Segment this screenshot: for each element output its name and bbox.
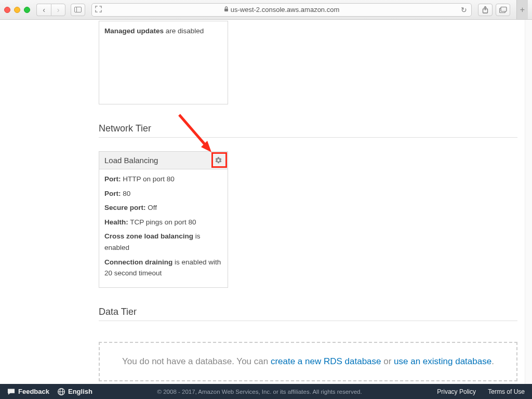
create-rds-link[interactable]: create a new RDS database: [271, 356, 381, 366]
reload-button[interactable]: ↻: [461, 6, 467, 14]
tabs-button[interactable]: [496, 4, 510, 16]
globe-icon: [58, 388, 65, 395]
gear-icon: [215, 156, 222, 164]
feedback-label: Feedback: [18, 388, 49, 395]
managed-updates-label: Managed updates: [104, 27, 164, 35]
svg-rect-0: [75, 7, 82, 12]
address-bar[interactable]: us-west-2.console.aws.amazon.com ↻: [91, 3, 472, 17]
lock-icon: [224, 6, 229, 13]
window-controls: [4, 7, 30, 13]
managed-updates-status: are disabled: [166, 27, 204, 35]
language-label: English: [68, 388, 92, 395]
window-zoom-button[interactable]: [24, 7, 30, 13]
language-selector[interactable]: English: [58, 388, 92, 395]
fullscreen-icon[interactable]: [95, 6, 102, 14]
forward-button[interactable]: ›: [51, 4, 65, 16]
load-balancing-header: Load Balancing: [99, 152, 228, 169]
svg-rect-2: [224, 9, 228, 12]
feedback-button[interactable]: Feedback: [7, 388, 49, 395]
new-tab-button[interactable]: +: [516, 0, 528, 19]
svg-rect-6: [501, 7, 507, 11]
window-close-button[interactable]: [4, 7, 10, 13]
load-balancing-settings-button[interactable]: [212, 154, 224, 167]
speech-bubble-icon: [7, 388, 15, 395]
port1-value: HTTP on port 80: [123, 175, 175, 183]
secure-port-value: Off: [148, 204, 157, 211]
aws-footer: Feedback English © 2008 - 2017, Amazon W…: [0, 384, 532, 399]
network-tier-divider: [99, 137, 517, 138]
privacy-policy-link[interactable]: Privacy Policy: [437, 388, 476, 395]
database-empty-suffix: .: [491, 356, 494, 366]
drain-label: Connection draining: [104, 258, 172, 266]
load-balancing-title: Load Balancing: [104, 156, 158, 165]
url-text: us-west-2.console.aws.amazon.com: [231, 6, 340, 14]
terms-of-use-link[interactable]: Terms of Use: [488, 388, 525, 395]
port1-label: Port:: [104, 175, 121, 183]
health-label: Health:: [104, 218, 128, 226]
browser-toolbar: ‹ › us-west-2.console.aws.amazon.com ↻ +: [0, 0, 532, 20]
database-empty-mid: or: [381, 356, 394, 366]
secure-port-label: Secure port:: [104, 204, 146, 211]
port2-value: 80: [123, 190, 130, 197]
data-tier-divider: [99, 321, 517, 321]
network-tier-heading: Network Tier: [99, 123, 517, 134]
footer-copyright: © 2008 - 2017, Amazon Web Services, Inc.…: [92, 389, 427, 395]
load-balancing-card: Load Balancing Port: HTTP on port 80 Por…: [99, 151, 228, 288]
use-existing-db-link[interactable]: use an existing database: [394, 356, 491, 366]
data-tier-heading: Data Tier: [99, 307, 517, 317]
scrollbar-track[interactable]: [525, 20, 532, 384]
nav-buttons: ‹ ›: [36, 4, 65, 16]
window-minimize-button[interactable]: [14, 7, 20, 13]
port2-label: Port:: [104, 190, 121, 197]
database-empty-prefix: You do not have a database. You can: [122, 356, 271, 366]
page-content: Managed updates are disabled Network Tie…: [0, 20, 532, 384]
share-button[interactable]: [478, 4, 493, 16]
managed-updates-card: Managed updates are disabled: [99, 21, 228, 104]
czlb-label: Cross zone load balancing: [104, 232, 193, 240]
database-empty-box: You do not have a database. You can crea…: [99, 342, 517, 381]
sidebar-toggle-button[interactable]: [71, 4, 85, 16]
back-button[interactable]: ‹: [36, 4, 51, 16]
health-value: TCP pings on port 80: [130, 218, 196, 226]
